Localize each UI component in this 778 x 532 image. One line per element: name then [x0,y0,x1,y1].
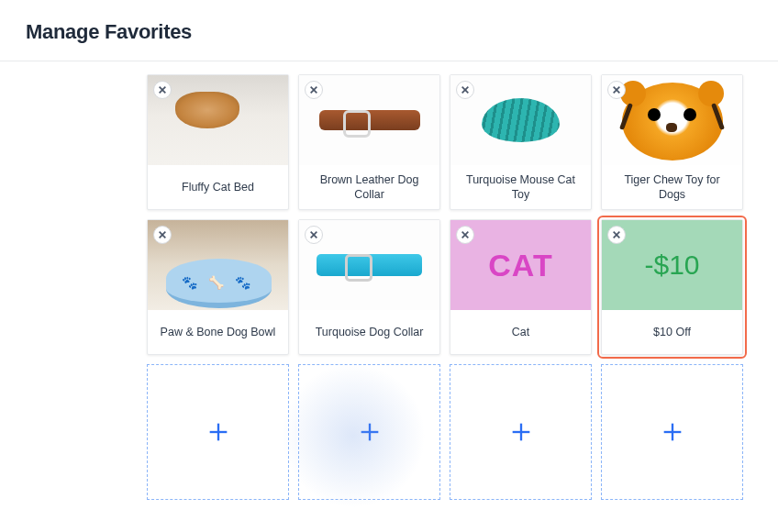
add-favorite-slot[interactable] [601,364,743,500]
remove-button[interactable] [153,226,172,244]
favorite-card[interactable]: Tiger Chew Toy for Dogs [601,74,743,210]
product-label: Brown Leather Dog Collar [299,165,439,209]
remove-button[interactable] [456,81,474,99]
close-icon [309,230,318,239]
close-icon [612,230,621,239]
plus-icon [660,419,685,445]
favorite-card[interactable]: Paw & Bone Dog Bowl [147,219,289,355]
remove-button[interactable] [607,226,626,244]
close-icon [461,230,470,239]
favorite-card[interactable]: Turquoise Mouse Cat Toy [450,74,592,210]
product-label: Fluffy Cat Bed [148,165,288,209]
product-label: Tiger Chew Toy for Dogs [602,165,742,209]
remove-button[interactable] [305,226,323,244]
page-title: Manage Favorites [26,20,752,44]
remove-button[interactable] [456,226,474,244]
favorite-card[interactable]: Brown Leather Dog Collar [298,74,440,210]
favorites-grid: Fluffy Cat BedBrown Leather Dog CollarTu… [0,61,778,518]
remove-button[interactable] [305,81,323,99]
add-favorite-slot[interactable] [450,364,592,500]
product-label: Paw & Bone Dog Bowl [148,310,288,354]
product-label: Cat [450,310,591,354]
plus-icon [206,419,231,445]
add-favorite-slot[interactable] [147,364,289,500]
image-overlay-text: CAT [488,248,552,283]
favorite-card[interactable]: Fluffy Cat Bed [147,74,289,210]
image-overlay-text: -$10 [644,249,699,281]
product-label: Turquoise Dog Collar [299,310,439,354]
remove-button[interactable] [153,81,172,99]
close-icon [461,85,470,94]
close-icon [309,85,318,94]
favorite-card[interactable]: Turquoise Dog Collar [298,219,440,355]
close-icon [612,85,621,94]
favorite-card[interactable]: -$10$10 Off [601,219,743,355]
add-favorite-slot[interactable] [298,364,440,500]
remove-button[interactable] [607,81,626,99]
plus-icon [508,419,534,445]
product-label: $10 Off [602,310,742,354]
close-icon [158,85,167,94]
header: Manage Favorites [0,0,778,61]
product-label: Turquoise Mouse Cat Toy [450,165,591,209]
plus-icon [357,419,383,445]
favorite-card[interactable]: CATCat [450,219,592,355]
close-icon [158,230,167,239]
